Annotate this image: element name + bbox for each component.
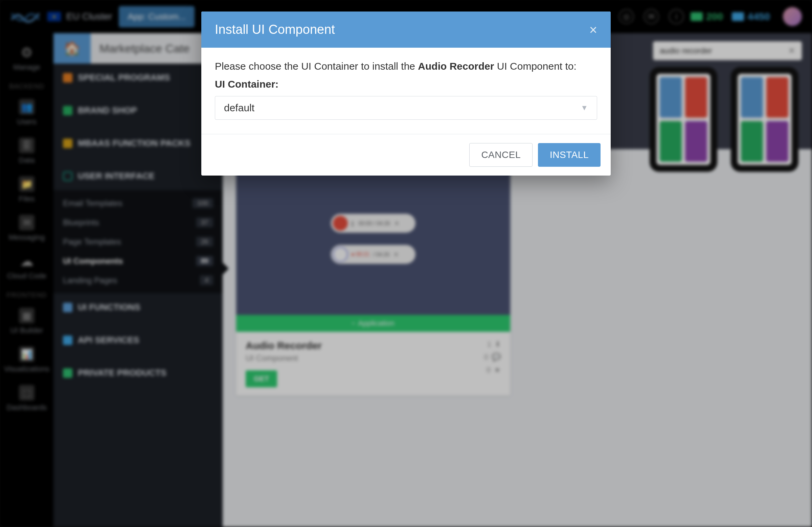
chevron-down-icon: ▼: [581, 103, 588, 112]
ui-container-select[interactable]: default ▼: [215, 96, 597, 120]
select-value: default: [224, 102, 255, 114]
field-label: UI Container:: [215, 78, 597, 90]
modal-prompt: Please choose the UI Container to instal…: [215, 59, 597, 74]
modal-header: Install UI Component ×: [201, 12, 611, 48]
modal-footer: CANCEL INSTALL: [201, 134, 611, 176]
modal-overlay[interactable]: Install UI Component × Please choose the…: [0, 0, 812, 527]
modal-title: Install UI Component: [215, 22, 335, 37]
modal-body: Please choose the UI Container to instal…: [201, 48, 611, 134]
cancel-button[interactable]: CANCEL: [469, 143, 533, 167]
close-icon[interactable]: ×: [589, 23, 597, 36]
install-button[interactable]: INSTALL: [538, 143, 600, 167]
install-modal: Install UI Component × Please choose the…: [201, 12, 611, 176]
